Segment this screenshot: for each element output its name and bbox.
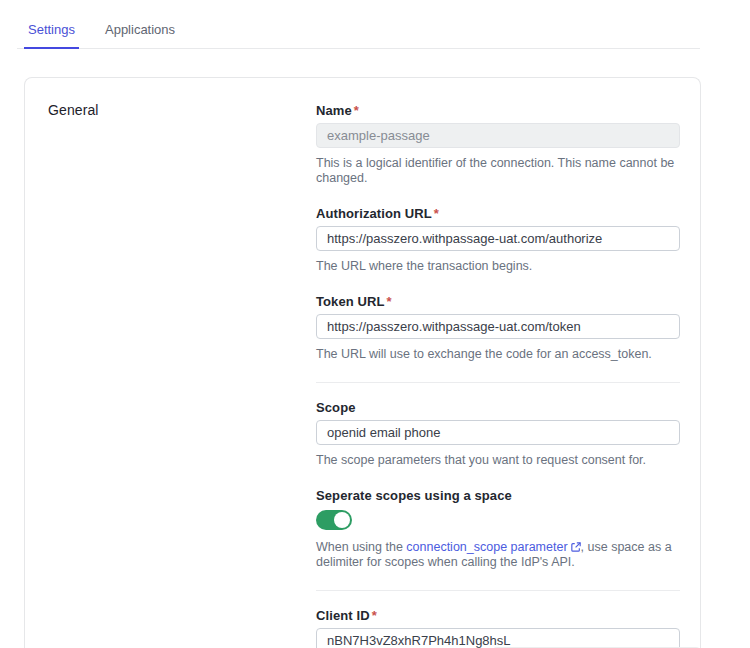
client-id-input[interactable]: [316, 628, 680, 648]
required-mark: *: [372, 608, 377, 623]
tab-settings[interactable]: Settings: [24, 22, 79, 49]
authorization-url-label-text: Authorization URL: [316, 206, 432, 221]
scope-input[interactable]: [316, 420, 680, 445]
tab-bar: Settings Applications: [17, 22, 700, 49]
scope-label: Scope: [316, 400, 680, 416]
authorization-url-help: The URL where the transaction begins.: [316, 259, 680, 274]
authorization-url-input[interactable]: [316, 226, 680, 251]
separate-scopes-toggle[interactable]: [316, 510, 352, 530]
tab-applications[interactable]: Applications: [101, 22, 179, 49]
external-link-icon: [571, 542, 581, 552]
section-title: General: [48, 102, 316, 118]
field-separate-scopes: Seperate scopes using a space When using…: [316, 488, 680, 570]
separate-scopes-label: Seperate scopes using a space: [316, 488, 680, 504]
field-authorization-url: Authorization URL* The URL where the tra…: [316, 206, 680, 274]
link-text: connection_scope parameter: [406, 540, 567, 554]
settings-card: General Name* This is a logical identifi…: [24, 77, 701, 648]
field-client-id: Client ID* Obtaining the Client ID diffe…: [316, 608, 680, 648]
form-column: Name* This is a logical identifier of th…: [316, 102, 680, 648]
client-id-label-text: Client ID: [316, 608, 370, 623]
field-scope: Scope The scope parameters that you want…: [316, 400, 680, 468]
required-mark: *: [387, 294, 392, 309]
toggle-row: [316, 510, 680, 534]
name-label: Name*: [316, 103, 680, 119]
field-token-url: Token URL* The URL will use to exchange …: [316, 294, 680, 362]
name-help: This is a logical identifier of the conn…: [316, 156, 680, 186]
scope-label-text: Scope: [316, 400, 356, 415]
client-id-label: Client ID*: [316, 608, 680, 624]
separate-scopes-help: When using the connection_scope paramete…: [316, 540, 680, 570]
field-name: Name* This is a logical identifier of th…: [316, 103, 680, 186]
required-mark: *: [434, 206, 439, 221]
name-input: [316, 123, 680, 148]
token-url-input[interactable]: [316, 314, 680, 339]
token-url-label-text: Token URL: [316, 294, 385, 309]
divider: [316, 382, 680, 383]
required-mark: *: [354, 103, 359, 118]
help-prefix: When using the: [316, 540, 406, 554]
token-url-label: Token URL*: [316, 294, 680, 310]
connection-scope-link[interactable]: connection_scope parameter: [406, 540, 580, 554]
authorization-url-label: Authorization URL*: [316, 206, 680, 222]
section-column: General: [48, 102, 316, 648]
toggle-knob: [334, 512, 350, 528]
token-url-help: The URL will use to exchange the code fo…: [316, 347, 680, 362]
divider: [316, 590, 680, 591]
name-label-text: Name: [316, 103, 352, 118]
scope-help: The scope parameters that you want to re…: [316, 453, 680, 468]
